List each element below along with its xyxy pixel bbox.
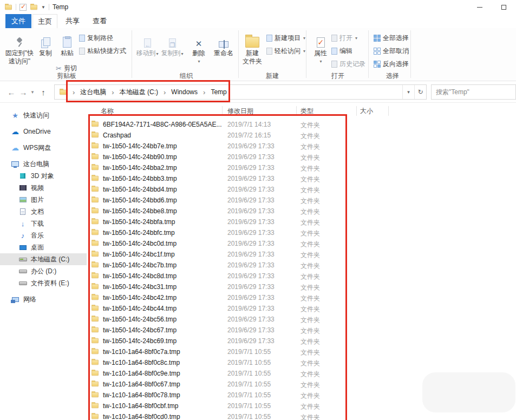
file-name[interactable]: tw-1b50-14fc-24bbfc.tmp bbox=[103, 229, 175, 237]
sidebar-item[interactable]: 文档 bbox=[0, 206, 87, 218]
column-divider[interactable] bbox=[356, 106, 357, 116]
table-row[interactable]: tw-1c10-1a64-8bf0cd0.tmp2019/7/1 10:55文件… bbox=[87, 411, 516, 420]
tab-home[interactable]: 主页 bbox=[32, 14, 57, 28]
sidebar-item[interactable]: 视频 bbox=[0, 182, 87, 194]
table-row[interactable]: Crashpad2019/7/2 16:15文件夹 bbox=[87, 130, 516, 141]
table-row[interactable]: tw-1b50-14fc-24bba2.tmp2019/6/29 17:33文件… bbox=[87, 162, 516, 173]
new-folder-quick-icon[interactable] bbox=[30, 4, 37, 9]
file-name[interactable]: tw-1b50-14fc-24bbe8.tmp bbox=[103, 207, 177, 215]
edit-button[interactable]: 编辑 bbox=[331, 45, 352, 56]
rename-button[interactable]: 重命名 bbox=[210, 31, 237, 57]
file-name[interactable]: tw-1c10-1a64-8bf0c78.tmp bbox=[103, 391, 180, 399]
file-name[interactable]: tw-1b50-14fc-24bc42.tmp bbox=[103, 294, 177, 301]
sidebar-item[interactable]: 本地磁盘 (C:) bbox=[0, 253, 87, 265]
sidebar-item[interactable]: ♪音乐 bbox=[0, 229, 87, 241]
table-row[interactable]: tw-1b50-14fc-24bc42.tmp2019/6/29 17:33文件… bbox=[87, 292, 516, 303]
table-row[interactable]: tw-1b50-14fc-24bc44.tmp2019/6/29 17:33文件… bbox=[87, 303, 516, 314]
sidebar-item[interactable]: 桌面 bbox=[0, 241, 87, 253]
file-name[interactable]: tw-1b50-14fc-24bbfa.tmp bbox=[103, 218, 175, 226]
table-row[interactable]: tw-1c10-1a64-8bf0c8c.tmp2019/7/1 10:55文件… bbox=[87, 357, 516, 368]
file-name[interactable]: tw-1b50-14fc-24bc31.tmp bbox=[103, 283, 177, 291]
column-divider[interactable] bbox=[388, 106, 389, 116]
paste-shortcut-button[interactable]: 粘贴快捷方式 bbox=[79, 45, 126, 56]
properties-quick-icon[interactable] bbox=[19, 4, 27, 11]
properties-button[interactable]: 属性 ▾ bbox=[310, 31, 331, 65]
pin-to-quick-access-button[interactable]: 固定到"快 速访问" bbox=[4, 31, 35, 65]
sidebar-item[interactable]: 办公 (D:) bbox=[0, 265, 87, 277]
file-name[interactable]: tw-1b50-14fc-24bb7e.tmp bbox=[103, 142, 177, 150]
breadcrumb-item[interactable]: 这台电脑 bbox=[80, 88, 106, 97]
column-header-type[interactable]: 类型 bbox=[301, 107, 313, 116]
column-divider[interactable] bbox=[222, 106, 223, 116]
file-name[interactable]: tw-1b50-14fc-24bc69.tmp bbox=[103, 337, 177, 345]
column-divider[interactable] bbox=[296, 106, 297, 116]
table-row[interactable]: tw-1b50-14fc-24bc1f.tmp2019/6/29 17:33文件… bbox=[87, 249, 516, 260]
table-row[interactable]: tw-1c10-1a64-8bf0c7a.tmp2019/7/1 10:55文件… bbox=[87, 346, 516, 357]
sidebar-item[interactable]: ☁OneDrive bbox=[0, 126, 87, 137]
select-none-button[interactable]: 全部取消 bbox=[374, 45, 409, 56]
paste-button[interactable]: 粘贴 bbox=[55, 31, 79, 57]
table-row[interactable]: tw-1b50-14fc-24bc31.tmp2019/6/29 17:33文件… bbox=[87, 281, 516, 292]
sidebar-item[interactable]: 3D 对象 bbox=[0, 170, 87, 182]
table-row[interactable]: tw-1b50-14fc-24bbb3.tmp2019/6/29 17:33文件… bbox=[87, 173, 516, 184]
delete-button[interactable]: ✕ 删除 ▾ bbox=[188, 31, 209, 65]
table-row[interactable]: tw-1b50-14fc-24bc69.tmp2019/6/29 17:33文件… bbox=[87, 336, 516, 346]
table-row[interactable]: tw-1b50-14fc-24bc67.tmp2019/6/29 17:33文件… bbox=[87, 325, 516, 336]
address-box[interactable]: › 这台电脑›本地磁盘 (C:)›Windows›Temp ▾ ↻ bbox=[54, 84, 427, 100]
customize-toolbar-chevron-icon[interactable]: ▼ bbox=[41, 5, 45, 10]
table-row[interactable]: tw-1b50-14fc-24bb7e.tmp2019/6/29 17:33文件… bbox=[87, 141, 516, 152]
file-name[interactable]: tw-1c10-1a64-8bf0c7a.tmp bbox=[103, 348, 180, 356]
back-button[interactable]: ← bbox=[5, 81, 17, 103]
recent-locations-chevron-icon[interactable]: ▾ bbox=[28, 81, 37, 103]
sidebar-item[interactable]: 图片 bbox=[0, 194, 87, 206]
sidebar-item[interactable]: 网络 bbox=[0, 293, 87, 305]
search-input[interactable]: 搜索"Temp" bbox=[431, 84, 516, 100]
sidebar-item[interactable]: ☁WPS网盘 bbox=[0, 142, 87, 154]
column-header-name[interactable]: 名称 bbox=[101, 107, 114, 116]
table-row[interactable]: tw-1b50-14fc-24bbfa.tmp2019/6/29 17:33文件… bbox=[87, 216, 516, 227]
minimize-button[interactable] bbox=[467, 0, 492, 14]
breadcrumb-item[interactable]: Windows bbox=[171, 88, 198, 96]
table-row[interactable]: tw-1b50-14fc-24bbd4.tmp2019/6/29 17:33文件… bbox=[87, 184, 516, 195]
column-header-size[interactable]: 大小 bbox=[360, 107, 373, 116]
maximize-button[interactable] bbox=[492, 0, 516, 14]
breadcrumb-item[interactable]: Temp bbox=[211, 88, 226, 96]
file-name[interactable]: tw-1b50-14fc-24bc0d.tmp bbox=[103, 240, 177, 247]
up-button[interactable]: ↑ bbox=[37, 81, 50, 103]
file-name[interactable]: tw-1b50-14fc-24bc56.tmp bbox=[103, 316, 177, 323]
file-name[interactable]: tw-1b50-14fc-24bc8d.tmp bbox=[103, 272, 177, 280]
history-button[interactable]: 历史记录 bbox=[331, 58, 365, 69]
breadcrumb-item[interactable]: 本地磁盘 (C:) bbox=[120, 88, 158, 97]
file-name[interactable]: tw-1c10-1a64-8bf0cd0.tmp bbox=[103, 413, 180, 420]
copy-path-button[interactable]: 复制路径 bbox=[79, 32, 113, 43]
file-name[interactable]: tw-1b50-14fc-24bbb3.tmp bbox=[103, 175, 177, 182]
select-all-button[interactable]: 全部选择 bbox=[374, 32, 409, 43]
easy-access-button[interactable]: 轻松访问▾ bbox=[266, 45, 305, 56]
file-name[interactable]: 6BF194A2-7171-4B8C-A986-0E5A5AE... bbox=[103, 121, 221, 128]
file-name[interactable]: tw-1b50-14fc-24bc44.tmp bbox=[103, 305, 177, 312]
table-row[interactable]: tw-1b50-14fc-24bc7b.tmp2019/6/29 17:33文件… bbox=[87, 260, 516, 271]
file-name[interactable]: tw-1b50-14fc-24bbd4.tmp bbox=[103, 186, 177, 193]
sidebar-item[interactable]: 这台电脑 bbox=[0, 158, 87, 170]
move-to-button[interactable]: ← 移动到▾ bbox=[135, 31, 159, 58]
file-name[interactable]: tw-1c10-1a64-8bf0c8c.tmp bbox=[103, 359, 180, 366]
file-name[interactable]: tw-1b50-14fc-24bb90.tmp bbox=[103, 153, 177, 161]
new-folder-button[interactable]: 新建 文件夹 bbox=[240, 31, 264, 65]
file-name[interactable]: tw-1b50-14fc-24bc7b.tmp bbox=[103, 261, 177, 269]
sidebar-item[interactable]: 文件资料 (E:) bbox=[0, 277, 87, 289]
file-name[interactable]: tw-1c10-1a64-8bf0c9e.tmp bbox=[103, 370, 180, 377]
copy-button[interactable]: 复制 bbox=[35, 31, 56, 57]
file-name[interactable]: Crashpad bbox=[103, 132, 131, 139]
table-row[interactable]: tw-1b50-14fc-24bbd6.tmp2019/6/29 17:33文件… bbox=[87, 195, 516, 206]
tab-share[interactable]: 共享 bbox=[61, 14, 84, 28]
copy-to-button[interactable]: ❐ 复制到▾ bbox=[160, 31, 184, 58]
table-row[interactable]: tw-1b50-14fc-24bc0d.tmp2019/6/29 17:33文件… bbox=[87, 238, 516, 249]
table-row[interactable]: tw-1b50-14fc-24bc8d.tmp2019/6/29 17:33文件… bbox=[87, 271, 516, 281]
file-name[interactable]: tw-1c10-1a64-8bf0c67.tmp bbox=[103, 380, 180, 388]
file-name[interactable]: tw-1b50-14fc-24bbd6.tmp bbox=[103, 196, 177, 204]
refresh-icon[interactable]: ↻ bbox=[414, 85, 426, 99]
open-button[interactable]: 打开▾ bbox=[331, 32, 357, 43]
sidebar-item[interactable]: ★快速访问 bbox=[0, 109, 87, 121]
table-row[interactable]: 6BF194A2-7171-4B8C-A986-0E5A5AE...2019/7… bbox=[87, 119, 516, 130]
column-header-date[interactable]: 修改日期 bbox=[227, 107, 253, 116]
